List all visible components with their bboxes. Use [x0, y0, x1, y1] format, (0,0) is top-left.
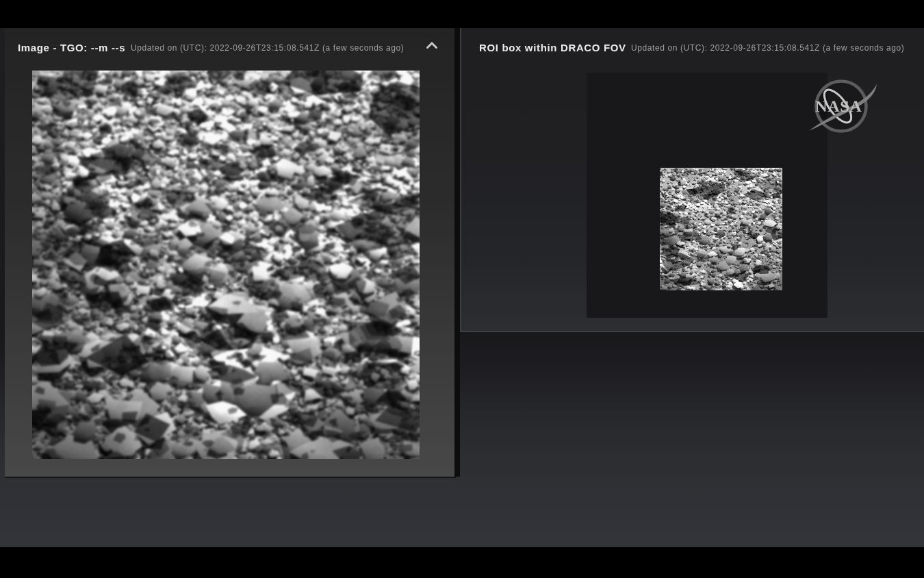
- svg-text:NASA: NASA: [815, 98, 862, 115]
